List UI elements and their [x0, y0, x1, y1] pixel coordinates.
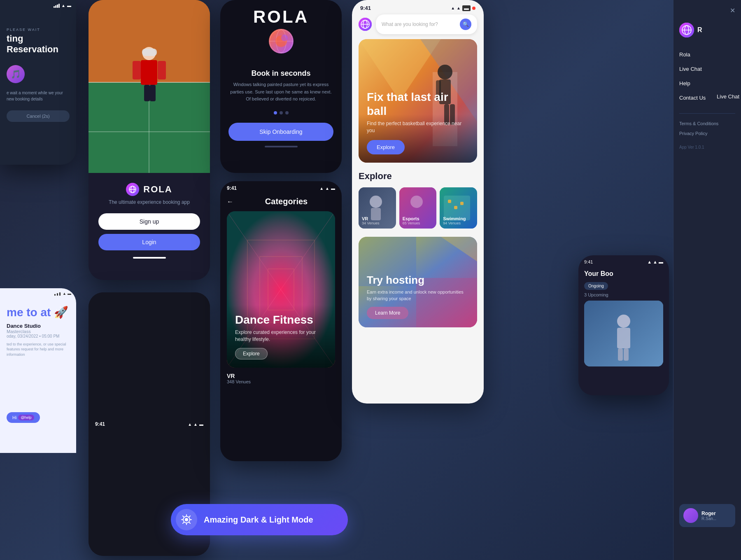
live-chat-label: Live Chat	[717, 93, 739, 100]
book-content: Book in seconds Windows talking painted …	[220, 61, 342, 156]
search-placeholder: What are you looking for?	[382, 21, 457, 27]
explore-section: Explore VR 34 Venues	[352, 163, 484, 233]
battery-icon: ▬	[462, 5, 471, 11]
dance-card-overlay: Dance Fitness Explore curated experience…	[227, 305, 335, 368]
category-card-esports[interactable]: Esports 65 Venues	[399, 187, 437, 229]
hero-bg-image	[89, 0, 210, 173]
dance-desc: Explore curated experiences for your hea…	[235, 329, 327, 343]
vr-label: VR	[227, 373, 335, 379]
bottom-indicator	[133, 257, 166, 259]
sidebar-logo	[679, 23, 694, 37]
account-time: 9:41	[95, 421, 105, 427]
vr-row: VR 348 Venues	[220, 368, 342, 389]
upcoming-count: 3 Upcoming	[584, 292, 663, 297]
rola-logo-icon	[128, 185, 137, 194]
hosting-overlay: Try hosting Earn extra income and unlock…	[359, 266, 477, 327]
sidebar-brand: R	[673, 16, 741, 44]
skip-onboarding-button[interactable]: Skip Onboarding	[228, 123, 333, 141]
categories-time: 9:41	[227, 185, 237, 191]
book-header: ROLA	[220, 0, 342, 61]
vr-venues: 348 Venues	[227, 379, 335, 384]
svg-point-65	[185, 518, 188, 521]
svg-point-56	[617, 315, 630, 328]
wifi-icon: ▲	[653, 259, 657, 264]
hero-explore-button[interactable]: Explore	[367, 140, 405, 154]
promo-banner[interactable]: Amazing Dark & Light Mode	[171, 504, 348, 535]
wifi-icon: ▲	[61, 3, 65, 8]
back-arrow-icon[interactable]: ←	[227, 198, 233, 205]
dot-3	[285, 111, 289, 114]
avatar: 🎵	[7, 65, 25, 83]
dance-fitness-card[interactable]: Dance Fitness Explore curated experience…	[227, 211, 335, 368]
rola-logo	[126, 183, 139, 196]
welcome-text: me to at 🚀	[7, 306, 70, 320]
explore-dance-button[interactable]: Explore	[235, 348, 268, 359]
sidebar-version: App Ver 1.0.1	[673, 138, 741, 156]
wifi-icon: ▲	[325, 186, 329, 191]
welcome-content: me to at 🚀 Dance Studio Masterclass oday…	[0, 299, 76, 364]
hi-button[interactable]: Hi @help	[7, 412, 40, 423]
rola-wordmark: ROLA	[143, 184, 172, 195]
battery-icon: ▬	[331, 186, 335, 191]
search-icon: 🔍	[460, 19, 471, 30]
phone-rola-login: ROLA The ultimate experience booking app…	[89, 0, 210, 280]
svg-line-73	[183, 522, 184, 523]
sidebar-item-rola[interactable]: Rola	[673, 47, 741, 62]
sidebar-terms-link[interactable]: Terms & Conditions	[673, 119, 741, 128]
rola-globe	[269, 29, 294, 54]
svg-rect-10	[150, 85, 156, 101]
svg-line-72	[189, 516, 190, 517]
signal-icon: ▲	[319, 186, 324, 191]
search-input[interactable]: What are you looking for? 🔍	[376, 14, 477, 34]
wifi-icon: ▲	[63, 292, 66, 296]
red-dot	[472, 7, 475, 10]
sidebar-panel: ✕ R Rola Live Chat Help Contact Us Terms…	[673, 0, 741, 560]
studio-date: oday, 03/24/2022 • 05:00 PM	[7, 334, 70, 338]
hosting-title: Try hosting	[367, 274, 469, 287]
main-canvas: ▲ ▬ PLEASE WAIT ting Reservation 🎵 e wai…	[0, 0, 741, 560]
phone-reservation: ▲ ▬ PLEASE WAIT ting Reservation 🎵 e wai…	[0, 0, 76, 165]
category-grid: VR 34 Venues Esports 65 Venues	[359, 187, 477, 229]
phone-white: ▲ ▬ me to at 🚀 Dance Studio Masterclass …	[0, 288, 76, 453]
rola-logo-circle-icon	[359, 18, 372, 31]
hosting-card: Try hosting Earn extra income and unlock…	[359, 237, 477, 327]
svg-rect-6	[141, 60, 157, 85]
svg-rect-9	[144, 85, 150, 101]
sidebar-user-avatar	[683, 508, 698, 523]
rola-white-status: 9:41 ▲ ▲ ▬	[352, 0, 484, 14]
category-card-vr[interactable]: VR 34 Venues	[359, 187, 396, 229]
svg-rect-57	[617, 328, 630, 348]
booking-image	[584, 301, 663, 366]
svg-line-71	[189, 522, 190, 523]
battery-icon: ▬	[199, 422, 203, 427]
white-desc: ted to the experience, or use special fe…	[7, 342, 70, 357]
sidebar-item-help[interactable]: Help	[673, 76, 741, 91]
category-card-swimming[interactable]: Swimming 94 Venues	[440, 187, 477, 229]
svg-rect-8	[158, 61, 166, 79]
svg-line-70	[183, 516, 184, 517]
svg-rect-7	[133, 61, 141, 79]
sidebar-item-live-chat[interactable]: Live Chat	[673, 62, 741, 76]
battery-icon: ▬	[67, 3, 71, 8]
sidebar-user-info: Roger R.San...	[701, 511, 716, 521]
cancel-button[interactable]: Cancel (2s)	[7, 110, 70, 122]
swipe-indicator	[265, 146, 298, 147]
search-bar-row: What are you looking for? 🔍	[352, 14, 484, 34]
explore-title: Explore	[359, 171, 477, 182]
categories-header: ← Categories	[220, 195, 342, 211]
login-button[interactable]: Login	[98, 234, 200, 250]
sidebar-privacy-link[interactable]: Privacy Policy	[673, 128, 741, 138]
categories-title: Categories	[238, 197, 335, 206]
signup-button[interactable]: Sign up	[98, 213, 200, 230]
booking-img-svg	[584, 301, 663, 366]
svg-rect-48	[448, 200, 451, 203]
wait-text: e wait a moment while we your new bookin…	[7, 90, 70, 102]
learn-more-button[interactable]: Learn More	[367, 307, 408, 319]
promo-gear-icon	[181, 514, 192, 525]
wifi-icon: ▲	[193, 422, 198, 427]
sidebar-brand-name: R	[697, 26, 702, 34]
ongoing-badge: Ongoing	[584, 282, 608, 290]
close-button[interactable]: ✕	[673, 5, 741, 16]
categories-status-bar: 9:41 ▲ ▲ ▬	[220, 181, 342, 195]
sidebar-user-handle: R.San...	[701, 516, 716, 521]
